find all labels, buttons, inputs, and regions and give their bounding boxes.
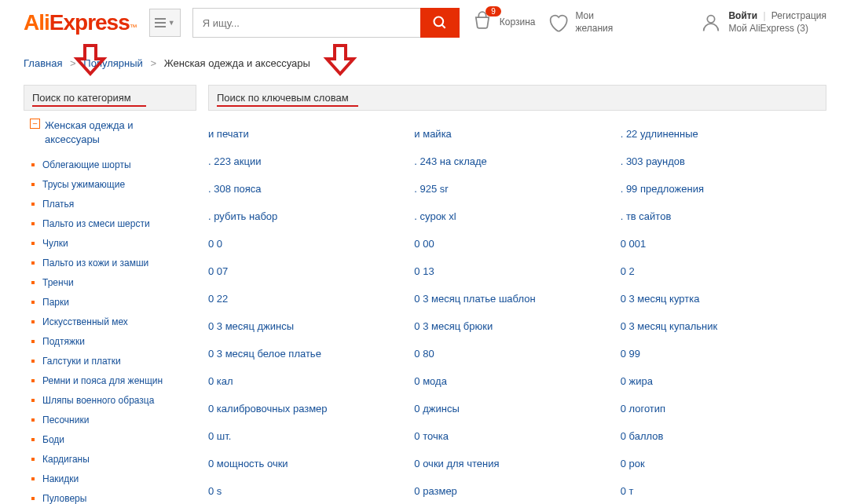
account-section[interactable]: Войти | Регистрация Мой AliExpress (3) [700,10,826,35]
category-link[interactable]: Песочники [42,415,89,425]
keyword-link[interactable]: 0 99 [621,348,640,360]
keyword-link[interactable]: 0 рок [621,458,645,469]
category-link[interactable]: Накидки [42,473,79,484]
keyword-link[interactable]: . 925 sr [414,183,448,195]
keyword-link[interactable]: 0 07 [208,265,228,277]
keyword-link[interactable]: 0 001 [621,238,647,250]
wishlist-link[interactable]: Мои желания [547,10,613,35]
keyword-link[interactable]: 0 мода [414,375,447,387]
keyword-link[interactable]: 0 3 месяц платье шаблон [414,293,535,305]
keyword-link[interactable]: 0 калибровочных размер [208,403,328,415]
keyword-row: 0 калибровочных размер0 джинсы0 логотип [208,395,826,422]
category-link[interactable]: Пуловеры [42,493,86,504]
keyword-link[interactable]: 0 80 [414,348,434,360]
keyword-link[interactable]: . рубить набор [208,210,277,222]
keyword-link[interactable]: 0 0 [208,238,222,250]
keyword-cell: 0 баллов [621,430,826,442]
category-link[interactable]: Кардиганы [42,454,90,465]
category-item: Платья [31,194,196,214]
search-input[interactable] [192,8,420,38]
keyword-link[interactable]: 0 22 [208,293,228,305]
category-root[interactable]: − Женская одежда и аксессуары [24,111,196,155]
category-link[interactable]: Искусственный мех [42,316,128,327]
keyword-link[interactable]: 0 размер [414,485,457,497]
keyword-link[interactable]: 0 00 [414,238,434,250]
keyword-cell: 0 2 [621,265,826,277]
keyword-link[interactable]: 0 s [208,485,222,497]
keyword-link[interactable]: 0 мощность очки [208,458,288,469]
keyword-link[interactable]: 0 3 месяц куртка [621,293,700,305]
login-link[interactable]: Войти [728,10,757,21]
keyword-link[interactable]: 0 джинсы [414,403,459,415]
category-item: Шляпы военного образца [31,390,196,410]
keyword-link[interactable]: 0 3 месяц брюки [414,320,493,332]
breadcrumb-home[interactable]: Главная [24,57,62,69]
keyword-link[interactable]: 0 баллов [621,430,664,442]
my-account-link[interactable]: Мой AliExpress (3) [728,23,826,35]
category-link[interactable]: Шляпы военного образца [42,395,154,406]
keyword-link[interactable]: 0 3 месяц джинсы [208,320,294,332]
keyword-link[interactable]: 0 логотип [621,403,665,415]
keyword-link[interactable]: . 303 раундов [621,155,685,167]
keyword-cell: 0 3 месяц джинсы [208,320,414,332]
keyword-cell: 0 3 месяц платье шаблон [414,293,620,305]
keyword-link[interactable]: 0 кал [208,375,233,387]
cart-link[interactable]: 9 Корзина [471,11,536,35]
keyword-link[interactable]: 0 шт. [208,430,231,442]
keyword-link[interactable]: 0 жира [621,375,653,387]
keyword-cell: 0 13 [414,265,620,277]
keyword-cell: . 22 удлиненные [621,128,826,140]
keyword-link[interactable]: 0 3 месяц купальник [621,320,718,332]
category-link[interactable]: Тренчи [42,277,74,288]
keyword-cell: 0 шт. [208,430,414,442]
keyword-link[interactable]: . 99 предложения [621,183,704,195]
search-button[interactable] [420,8,460,38]
logo-ali: Ali [24,10,49,35]
keyword-link[interactable]: 0 очки для чтения [414,458,499,469]
category-link[interactable]: Ремни и пояса для женщин [42,375,163,386]
collapse-icon[interactable]: − [30,119,40,129]
keyword-link[interactable]: 0 точка [414,430,449,442]
keyword-cell: 0 рок [621,458,826,469]
keyword-row: 0 шт.0 точка0 баллов [208,422,826,450]
keyword-cell: 0 0 [208,238,414,250]
category-link[interactable]: Трусы ужимающие [42,179,125,190]
keyword-link[interactable]: 0 т [621,485,634,497]
keyword-row: и печатии майка. 22 удлиненные [208,120,826,148]
keyword-link[interactable]: . 22 удлиненные [621,128,698,140]
keyword-link[interactable]: и майка [414,128,452,140]
keyword-link[interactable]: . сурок xl [414,210,456,222]
annotation-underline-2 [217,105,358,107]
category-link[interactable]: Галстуки и платки [42,356,121,367]
keyword-cell: 0 логотип [621,403,826,415]
keyword-link[interactable]: . 223 акции [208,155,261,167]
keyword-link[interactable]: и печати [208,128,249,140]
register-link[interactable]: Регистрация [771,10,826,21]
logo[interactable]: AliExpress™ [24,10,137,35]
category-list: Облегающие шортыТрусы ужимающиеПлатьяПал… [24,155,196,504]
keyword-link[interactable]: . 308 пояса [208,183,262,195]
keyword-link[interactable]: . 243 на складе [414,155,487,167]
annotation-arrow-2 [321,39,360,81]
logo-express: Express [49,10,130,35]
keyword-link[interactable]: 0 13 [414,265,434,277]
keyword-link[interactable]: . тв сайтов [621,210,672,222]
category-link[interactable]: Облегающие шорты [42,159,131,170]
header: AliExpress™ ▼ 9 Корзина Мои желания Вой [0,0,850,46]
keyword-row: 0 00 000 001 [208,230,826,257]
category-link[interactable]: Пальто из кожи и замши [42,257,148,268]
keyword-link[interactable]: 0 2 [621,265,635,277]
category-link[interactable]: Боди [42,434,64,445]
keyword-link[interactable]: 0 3 месяц белое платье [208,348,321,360]
category-link[interactable]: Подтяжки [42,336,85,347]
keyword-cell: . 308 пояса [208,183,414,195]
keyword-cell: 0 3 месяц брюки [414,320,620,332]
category-item: Боди [31,429,196,449]
category-link[interactable]: Чулки [42,238,68,249]
category-link[interactable]: Пальто из смеси шерсти [42,218,150,229]
category-menu-toggle[interactable]: ▼ [149,9,181,37]
category-link[interactable]: Парки [42,297,69,308]
keyword-cell: 0 3 месяц белое платье [208,348,414,360]
breadcrumb: Главная > Популярный > Женская одежда и … [0,46,850,85]
category-link[interactable]: Платья [42,199,74,210]
